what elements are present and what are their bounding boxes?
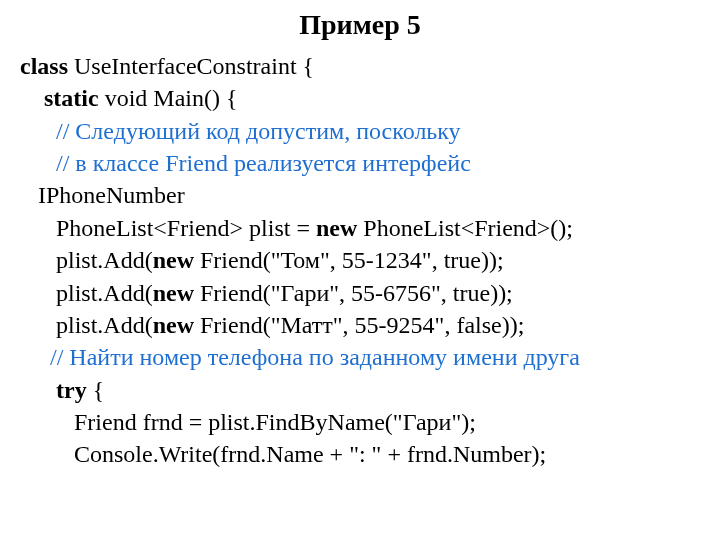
code-text: Friend("Матт", 55-9254", false)); — [194, 312, 524, 338]
code-text: { — [87, 377, 105, 403]
keyword-static: static — [20, 85, 99, 111]
code-text: Console.Write(frnd.Name + ": " + frnd.Nu… — [20, 441, 546, 467]
comment-line: // в классе Friend реализуется интерфейс — [20, 150, 471, 176]
code-text: plist.Add( — [20, 247, 153, 273]
code-text: PhoneList<Friend>(); — [357, 215, 573, 241]
keyword-new: new — [153, 312, 194, 338]
comment-line: // Найти номер телефона по заданному име… — [20, 344, 580, 370]
code-block: class UseInterfaceConstraint { static vo… — [20, 50, 700, 471]
keyword-new: new — [316, 215, 357, 241]
comment-text: Найти номер телефона по заданному имени … — [69, 344, 580, 370]
code-text: IPhoneNumber — [20, 182, 185, 208]
comment-line: // Следующий код допустим, поскольку — [20, 118, 461, 144]
code-text: void Main() { — [99, 85, 238, 111]
comment-marker: // — [20, 150, 75, 176]
comment-text: в классе Friend реализуется интерфейс — [75, 150, 470, 176]
code-text: plist.Add( — [20, 312, 153, 338]
comment-text: Следующий код допустим, поскольку — [75, 118, 460, 144]
code-text: Friend("Гари", 55-6756", true)); — [194, 280, 513, 306]
slide-title: Пример 5 — [20, 6, 700, 44]
code-text: PhoneList<Friend> plist = — [20, 215, 316, 241]
slide: Пример 5 class UseInterfaceConstraint { … — [0, 0, 720, 471]
keyword-try: try — [20, 377, 87, 403]
code-text: Friend("Том", 55-1234", true)); — [194, 247, 504, 273]
code-text: plist.Add( — [20, 280, 153, 306]
comment-marker: // — [20, 344, 69, 370]
keyword-class: class — [20, 53, 68, 79]
code-text: UseInterfaceConstraint { — [68, 53, 314, 79]
code-text: Friend frnd = plist.FindByName("Гари"); — [20, 409, 476, 435]
comment-marker: // — [20, 118, 75, 144]
keyword-new: new — [153, 247, 194, 273]
keyword-new: new — [153, 280, 194, 306]
